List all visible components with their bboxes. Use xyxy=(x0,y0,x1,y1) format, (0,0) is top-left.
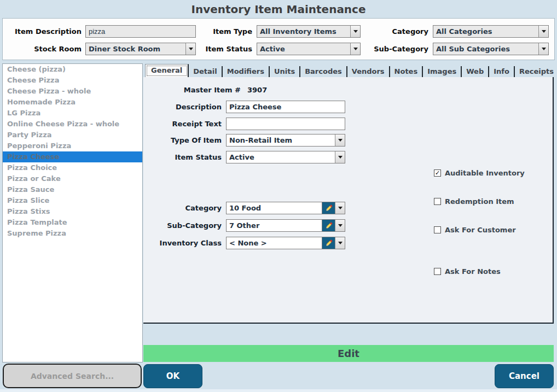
category-value: 10 Food xyxy=(227,202,322,214)
list-item[interactable]: Supreme Pizza xyxy=(3,228,142,239)
inventory-class-value: < None > xyxy=(227,237,322,249)
tab-general[interactable]: General xyxy=(145,64,189,78)
category-filter-label: Category xyxy=(362,25,428,38)
item-type-value: All Inventory Items xyxy=(257,26,350,37)
sub-category-filter-select[interactable]: All Sub Categories xyxy=(433,43,549,55)
checkbox-label: Redemption Item xyxy=(445,197,514,206)
stock-room-label: Stock Room xyxy=(3,43,82,55)
type-of-item-select[interactable]: Non-Retail Item xyxy=(226,134,345,147)
list-item[interactable]: Cheese (pizza) xyxy=(3,64,142,75)
chevron-down-icon[interactable] xyxy=(350,26,360,37)
list-item[interactable]: Pizza Slice xyxy=(3,195,142,206)
type-of-item-value: Non-Retail Item xyxy=(227,134,335,146)
list-item[interactable]: Pizza Template xyxy=(3,217,142,228)
checkbox-row[interactable]: Ask For Notes xyxy=(434,267,501,276)
checkbox-row[interactable]: ✓Auditable Inventory xyxy=(434,169,525,177)
tab-detail[interactable]: Detail xyxy=(189,66,223,78)
edit-pencil-icon[interactable] xyxy=(322,220,335,231)
list-item[interactable]: LG Pizza xyxy=(3,108,142,119)
category-select[interactable]: 10 Food xyxy=(226,202,345,214)
item-status-value: Active xyxy=(227,151,335,163)
tab-info[interactable]: Info xyxy=(489,66,515,78)
item-description-label: Item Description xyxy=(3,25,82,38)
item-status-filter-select[interactable]: Active xyxy=(257,43,361,55)
tab-images[interactable]: Images xyxy=(423,66,462,78)
chevron-down-icon[interactable] xyxy=(350,43,360,55)
filter-panel: Item Description Item Type All Inventory… xyxy=(2,18,555,60)
checkbox-unchecked-icon[interactable] xyxy=(434,226,441,233)
chevron-down-icon[interactable] xyxy=(335,134,345,146)
receipt-text-label: Receipt Text xyxy=(143,118,222,130)
category-filter-value: All Categories xyxy=(433,26,538,37)
page-title: Inventory Item Maintenance xyxy=(0,3,557,16)
advanced-search-button[interactable]: Advanced Search... xyxy=(3,364,142,388)
list-item[interactable]: Cheese Pizza xyxy=(3,75,142,86)
item-type-label: Item Type xyxy=(187,25,252,38)
stock-room-value: Diner Stock Room xyxy=(86,43,185,55)
chevron-down-icon[interactable] xyxy=(538,43,548,55)
general-tab-panel: Master Item # 3907 Description Receipt T… xyxy=(143,77,554,324)
bottom-strip xyxy=(0,389,557,392)
item-status-filter-value: Active xyxy=(257,43,350,55)
category-filter-select[interactable]: All Categories xyxy=(433,25,549,38)
category-label: Category xyxy=(143,202,222,214)
sub-category-label: Sub-Category xyxy=(143,219,222,232)
cancel-button[interactable]: Cancel xyxy=(495,364,554,388)
checkbox-label: Ask For Customer xyxy=(445,226,516,234)
list-item[interactable]: Pizza Choice xyxy=(3,162,142,173)
item-status-select[interactable]: Active xyxy=(226,151,345,163)
item-list[interactable]: Cheese (pizza)Cheese PizzaCheese Pizza -… xyxy=(2,63,143,362)
description-label: Description xyxy=(143,101,222,113)
chevron-down-icon[interactable] xyxy=(335,237,345,249)
checkbox-checked-icon[interactable]: ✓ xyxy=(434,169,441,177)
list-item[interactable]: Pizza Stixs xyxy=(3,206,142,217)
sub-category-filter-value: All Sub Categories xyxy=(433,43,538,55)
checkbox-label: Ask For Notes xyxy=(445,267,501,276)
chevron-down-icon[interactable] xyxy=(335,220,345,231)
item-description-input[interactable] xyxy=(85,25,196,38)
inventory-class-label: Inventory Class xyxy=(143,237,222,249)
tab-vendors[interactable]: Vendors xyxy=(347,66,390,78)
list-item[interactable]: Online Cheese Pizza - whole xyxy=(3,119,142,130)
tab-units[interactable]: Units xyxy=(270,66,300,78)
tab-receipts[interactable]: Receipts xyxy=(515,66,557,78)
list-item[interactable]: Pizza or Cake xyxy=(3,173,142,184)
list-item[interactable]: Cheese Pizza - whole xyxy=(3,86,142,97)
checkbox-label: Auditable Inventory xyxy=(445,169,525,177)
edit-pencil-icon[interactable] xyxy=(322,237,335,249)
item-type-select[interactable]: All Inventory Items xyxy=(257,25,361,38)
list-item[interactable]: Pizza Sauce xyxy=(3,184,142,195)
master-item-value: 3907 xyxy=(247,84,267,96)
sub-category-select[interactable]: 7 Other xyxy=(226,219,345,232)
chevron-down-icon[interactable] xyxy=(538,26,548,37)
checkbox-row[interactable]: Ask For Customer xyxy=(434,226,516,234)
chevron-down-icon[interactable] xyxy=(335,202,345,214)
receipt-text-input[interactable] xyxy=(226,118,345,130)
item-status-label: Item Status xyxy=(143,151,222,163)
master-item-label: Master Item # xyxy=(143,84,241,96)
tab-notes[interactable]: Notes xyxy=(390,66,423,78)
tab-modifiers[interactable]: Modifiers xyxy=(223,66,270,78)
list-item[interactable]: Pizza Cheese xyxy=(3,151,142,162)
inventory-class-select[interactable]: < None > xyxy=(226,237,345,249)
sub-category-filter-label: Sub-Category xyxy=(362,43,428,55)
edit-pencil-icon[interactable] xyxy=(322,202,335,214)
chevron-down-icon[interactable] xyxy=(335,151,345,163)
list-item[interactable]: Pepperoni Pizza xyxy=(3,141,142,151)
type-of-item-label: Type Of Item xyxy=(143,134,222,147)
description-input[interactable] xyxy=(226,101,345,113)
checkbox-row[interactable]: Redemption Item xyxy=(434,197,514,206)
sub-category-value: 7 Other xyxy=(227,220,322,231)
edit-mode-bar: Edit xyxy=(143,345,554,362)
item-status-filter-label: Item Status xyxy=(187,43,252,55)
checkbox-unchecked-icon[interactable] xyxy=(434,198,441,205)
checkbox-column: ✓Auditable InventoryRedemption ItemAsk F… xyxy=(434,77,554,324)
tab-barcodes[interactable]: Barcodes xyxy=(300,66,347,78)
list-item[interactable]: Homemade Pizza xyxy=(3,97,142,108)
tab-bar: GeneralDetailModifiersUnitsBarcodesVendo… xyxy=(145,65,557,78)
stock-room-select[interactable]: Diner Stock Room xyxy=(85,43,196,55)
tab-web[interactable]: Web xyxy=(462,66,489,78)
list-item[interactable]: Party Pizza xyxy=(3,130,142,141)
checkbox-unchecked-icon[interactable] xyxy=(434,268,441,275)
ok-button[interactable]: OK xyxy=(143,364,202,388)
